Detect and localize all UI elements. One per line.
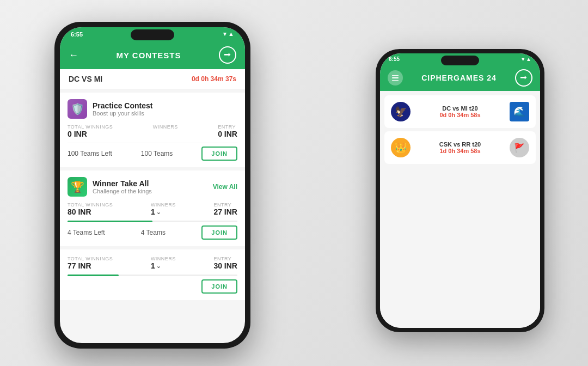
status-icons-p1: ▾ ▲: [223, 30, 234, 38]
winner-winnings-value: 80 INR: [68, 208, 113, 216]
contest-card-3: TOTAL WINNINGS 77 INR WINNERS 1 ⌄ ENTRY: [60, 249, 245, 300]
winner-footer: 4 Teams Left 4 Teams JOIN: [68, 225, 237, 240]
notch-p2: [441, 56, 479, 65]
menu-line-1: [392, 75, 399, 76]
contest3-entry-value: 30 INR: [213, 261, 237, 270]
header-title-p1: MY CONTESTS: [116, 51, 181, 60]
match-bar: DC VS MI 0d 0h 34m 37s: [60, 69, 245, 89]
contest-card-practice: 🛡️ Practice Contest Boost up your skills…: [60, 93, 245, 167]
back-button-p1[interactable]: ←: [69, 50, 78, 61]
winner-entry-value: 27 INR: [213, 208, 237, 216]
menu-button-p2[interactable]: [388, 70, 403, 86]
practice-footer: 100 Teams Left 100 Teams JOIN: [68, 147, 237, 161]
match-time-cskrr: 1d 0h 34m 58s: [411, 148, 510, 154]
winner-teams-left: 4 Teams Left: [68, 229, 105, 236]
rr-icon: 🚩: [514, 143, 525, 153]
winner-contest-name: Winner Take All: [93, 179, 152, 188]
contest3-winners-value: 1 ⌄: [151, 261, 176, 270]
match-timer: 0d 0h 34m 37s: [192, 75, 236, 83]
practice-contest-subtitle: Boost up your skills: [93, 110, 152, 117]
logout-button-p2[interactable]: ⮕: [515, 69, 532, 87]
contest-info-winner: Winner Take All Challenge of the kings: [93, 179, 152, 194]
exit-icon-p1: ⮕: [224, 51, 231, 59]
badge-practice: 🛡️: [68, 99, 87, 119]
badge-winner: 🏆: [68, 177, 87, 197]
contest-header-winner: 🏆 Winner Take All Challenge of the kings…: [68, 177, 237, 197]
match-list-p2: 🦅 DC vs MI t20 0d 0h 34m 58s 🌊 👑: [380, 91, 540, 328]
view-all-link[interactable]: View All: [213, 183, 237, 191]
practice-contest-name: Practice Contest: [93, 101, 152, 110]
winner-winners: WINNERS 1 ⌄: [151, 202, 176, 216]
menu-line-3: [392, 80, 399, 81]
practice-teams-left: 100 Teams Left: [68, 150, 112, 157]
practice-winnings-label: TOTAL WINNINGS: [68, 124, 113, 130]
contest3-winnings-label: TOTAL WINNINGS: [68, 256, 113, 261]
winner-entry-label: ENTRY: [213, 202, 237, 208]
practice-entry-label: ENTRY: [218, 124, 237, 130]
practice-teams-total: 100 Teams: [141, 150, 173, 157]
mi-icon: 🌊: [513, 106, 525, 118]
header-title-p2: CIPHERGAMES 24: [421, 74, 497, 82]
match-info-dcmi: DC vs MI t20 0d 0h 34m 58s: [411, 105, 510, 118]
header-p1: ← MY CONTESTS ⮕: [60, 41, 245, 69]
contest-info-practice: Practice Contest Boost up your skills: [93, 101, 152, 117]
dc-logo: 🦅: [391, 102, 411, 121]
winners-arrow: ⌄: [156, 209, 161, 215]
winner-winners-label: WINNERS: [151, 202, 176, 208]
match-card-cskrr[interactable]: 👑 CSK vs RR t20 1d 0h 34m 58s 🚩: [384, 131, 536, 164]
contest3-entry-label: ENTRY: [213, 256, 237, 261]
menu-line-2: [392, 77, 399, 78]
contest3-winners-label: WINNERS: [151, 256, 176, 261]
practice-winners-label: WINNERS: [153, 124, 178, 130]
logout-button-p1[interactable]: ⮕: [219, 46, 236, 64]
phone1: 6:55 ▾ ▲ ← MY CONTESTS ⮕ DC VS MI 0d 0h …: [54, 22, 250, 349]
contest3-entry: ENTRY 30 INR: [213, 256, 237, 270]
practice-winnings-value: 0 INR: [68, 130, 113, 138]
badge-practice-icon: 🛡️: [71, 102, 84, 115]
practice-winners-value: [153, 130, 178, 138]
practice-total-winnings: TOTAL WINNINGS 0 INR: [68, 124, 113, 138]
winner-winnings-label: TOTAL WINNINGS: [68, 202, 113, 208]
csk-logo: 👑: [391, 138, 411, 157]
winner-progress-bar-container: [68, 221, 237, 222]
header-p2: CIPHERGAMES 24 ⮕: [380, 65, 540, 91]
contest3-join-button[interactable]: JOIN: [201, 279, 237, 294]
rr-logo: 🚩: [510, 138, 529, 157]
contest3-winnings-value: 77 INR: [68, 261, 113, 270]
notch-p1: [131, 29, 174, 40]
winner-total-winnings: TOTAL WINNINGS 80 INR: [68, 202, 113, 216]
winner-stats: TOTAL WINNINGS 80 INR WINNERS 1 ⌄ ENTRY: [68, 202, 237, 216]
mi-logo: 🌊: [510, 102, 529, 121]
practice-join-button[interactable]: JOIN: [201, 147, 237, 161]
match-type-cskrr: CSK vs RR t20: [411, 141, 510, 148]
phone2-screen: 6:55 ▾ ▲ CIPHERGAMES 24 ⮕: [380, 53, 540, 328]
time-p2: 6:55: [389, 56, 400, 62]
practice-stats: TOTAL WINNINGS 0 INR WINNERS ENTRY 0 INR: [68, 124, 237, 138]
badge-winner-icon: 🏆: [71, 180, 84, 193]
exit-icon-p2: ⮕: [520, 74, 528, 82]
contest3-arrow: ⌄: [156, 263, 161, 269]
dc-icon: 🦅: [395, 106, 407, 118]
winner-teams-total: 4 Teams: [141, 229, 166, 236]
contest3-footer: JOIN: [68, 279, 237, 294]
contest3-stats: TOTAL WINNINGS 77 INR WINNERS 1 ⌄ ENTRY: [68, 256, 237, 270]
scene: 6:55 ▾ ▲ ← MY CONTESTS ⮕ DC VS MI 0d 0h …: [0, 0, 588, 366]
practice-entry: ENTRY 0 INR: [218, 124, 237, 138]
match-name: DC VS MI: [69, 75, 102, 83]
csk-icon: 👑: [395, 142, 407, 154]
match-card-dcmi[interactable]: 🦅 DC vs MI t20 0d 0h 34m 58s 🌊: [384, 95, 536, 128]
winner-winners-value: 1 ⌄: [151, 208, 176, 216]
phone1-screen: 6:55 ▾ ▲ ← MY CONTESTS ⮕ DC VS MI 0d 0h …: [60, 27, 245, 343]
winner-join-button[interactable]: JOIN: [201, 225, 237, 240]
contest-header-practice: 🛡️ Practice Contest Boost up your skills: [68, 99, 237, 119]
winner-contest-subtitle: Challenge of the kings: [93, 188, 152, 194]
practice-entry-value: 0 INR: [218, 130, 237, 138]
status-icons-p2: ▾ ▲: [522, 56, 531, 62]
contest3-progress-bar: [68, 274, 119, 276]
match-type-dcmi: DC vs MI t20: [411, 105, 510, 112]
contest3-total-winnings: TOTAL WINNINGS 77 INR: [68, 256, 113, 270]
winner-entry: ENTRY 27 INR: [213, 202, 237, 216]
match-info-cskrr: CSK vs RR t20 1d 0h 34m 58s: [411, 141, 510, 154]
contest-list: 🛡️ Practice Contest Boost up your skills…: [60, 89, 245, 343]
match-time-dcmi: 0d 0h 34m 58s: [411, 112, 510, 118]
